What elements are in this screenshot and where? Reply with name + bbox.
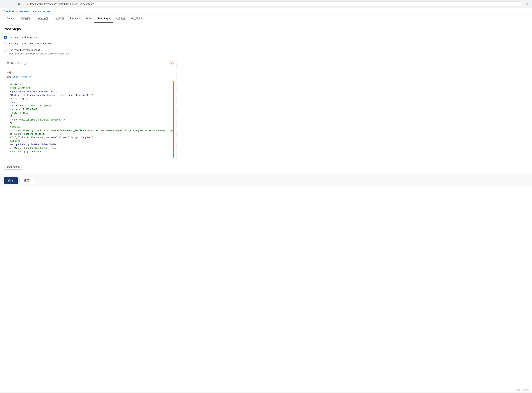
- save-button[interactable]: 保存: [4, 177, 18, 184]
- breadcrumb-dashboard[interactable]: Dashboard: [4, 10, 15, 13]
- tab-settings[interactable]: 构建设置: [113, 15, 128, 23]
- breadcrumb: Dashboard > learn-test > learn-moon_dev …: [0, 8, 532, 15]
- code-line: echo 'Application is already stopped...': [10, 118, 171, 122]
- tab-presteps[interactable]: Pre Steps: [67, 15, 83, 23]
- shell-card-title: ☰ 执行 shell ?: [7, 62, 26, 65]
- page-title: Post Steps: [4, 27, 177, 31]
- tab-build[interactable]: Build: [83, 15, 94, 23]
- radio-label-1: Run only if build succeeds or is unstabl…: [9, 42, 52, 45]
- lock-icon: 🔒: [26, 3, 29, 5]
- breadcrumb-sep-1: >: [17, 10, 18, 13]
- tab-triggers[interactable]: 构建触发器: [34, 15, 51, 23]
- code-line: fi: [10, 122, 171, 125]
- tab-poststeps[interactable]: Post Steps: [94, 15, 113, 23]
- add-step-button[interactable]: 增加构建步骤: [4, 164, 22, 170]
- code-line: echo 'Application is stopping...': [10, 104, 171, 108]
- radio-label-2: Run regardless of build result: [9, 48, 69, 52]
- watermark: ©SDH @BiliBili...: [516, 389, 530, 391]
- radio-option-2[interactable]: Run regardless of build resultShould the…: [4, 48, 177, 55]
- code-line: else: [10, 115, 171, 118]
- shell-title-text: 执行 shell: [11, 62, 22, 65]
- env-link: 查看 可用的环境变量列表: [7, 76, 174, 79]
- radio-circle-1: [4, 42, 7, 45]
- code-line: mv /Users/wudening/.jenkins/workspace/le…: [10, 129, 171, 133]
- radio-option-0[interactable]: Run only if build succeeds: [4, 35, 177, 39]
- code-line: BUILD_ID=dontKillMe nohup java -Xms512m …: [10, 136, 171, 139]
- env-vars-link[interactable]: 可用的环境变量列表: [12, 76, 32, 78]
- radio-option-1[interactable]: Run only if build succeeds or is unstabl…: [4, 42, 177, 45]
- shell-card-header: ☰ 执行 shell ? ×: [4, 59, 177, 68]
- code-editor[interactable]: #!/bin/bash# 关闭已启动的应用AppJar=learn-moon-w…: [7, 81, 174, 158]
- code-line: then: [10, 101, 171, 104]
- field-label: 命令: [7, 71, 174, 74]
- code-line: # 关闭已启动的应用: [10, 87, 171, 90]
- code-line: #备份应用: [10, 139, 171, 143]
- code-line: # 启动服务: [10, 125, 171, 129]
- breadcrumb-learn-moon-dev[interactable]: learn-moon_dev: [33, 10, 50, 13]
- radio-circle-2: [4, 49, 7, 52]
- url-text: localhost:8080/view/learn-test/job/learn…: [30, 3, 94, 5]
- page-body: Post Steps Run only if build succeedsRun…: [0, 23, 180, 174]
- radio-group: Run only if build succeedsRun only if bu…: [4, 35, 177, 55]
- code-line: backupSubString=$(date +%Y%m%d%H%M): [10, 143, 171, 147]
- forward-button[interactable]: →: [9, 1, 14, 7]
- code-line: echo "backup jar success!": [10, 150, 171, 154]
- apply-button[interactable]: 应用: [20, 177, 34, 184]
- reload-button[interactable]: ↻: [16, 1, 21, 7]
- footer-bar: 保存 应用: [0, 174, 532, 187]
- radio-sublabel-2: Should the post-build steps run only for…: [9, 52, 69, 55]
- breadcrumb-sep-3: >: [51, 10, 52, 13]
- main-content: General源码管理构建触发器构建环境Pre StepsBuildPost S…: [0, 15, 532, 392]
- browser-chrome: ← → ↻ 🔒 localhost:8080/view/learn-test/j…: [0, 0, 532, 8]
- shell-card-body: 命令 查看 可用的环境变量列表 #!/bin/bash# 关闭已启动的应用App…: [4, 68, 177, 161]
- code-line: AppJar=learn-moon-web-1.0-SNAPSHOT.jar: [10, 90, 171, 94]
- radio-label-0: Run only if build succeeds: [9, 35, 37, 39]
- breadcrumb-sep-2: >: [30, 10, 31, 13]
- menu-icon: ☰: [7, 62, 9, 65]
- code-line: cp $AppJar $AppJar-$backupSubString: [10, 147, 171, 150]
- tab-general[interactable]: General: [4, 15, 18, 23]
- code-line: PID=$(ps -ef | grep $AppJar | grep -v gr…: [10, 94, 171, 97]
- resize-handle: ↘: [171, 153, 173, 157]
- tab-postbuild[interactable]: 构建后操作: [128, 15, 146, 23]
- radio-circle-0: [4, 36, 7, 39]
- tab-env[interactable]: 构建环境: [51, 15, 67, 23]
- tabs-bar: General源码管理构建触发器构建环境Pre StepsBuildPost S…: [0, 15, 532, 23]
- back-button[interactable]: ←: [2, 1, 7, 7]
- code-line: cd /Users/wudening/project/: [10, 133, 171, 136]
- help-icon[interactable]: ?: [24, 62, 26, 65]
- address-bar[interactable]: 🔒 localhost:8080/view/learn-test/job/lea…: [23, 1, 523, 6]
- breadcrumb-learn-test[interactable]: learn-test: [19, 10, 29, 13]
- tab-source[interactable]: 源码管理: [18, 15, 34, 23]
- shell-card: ☰ 执行 shell ? × 命令 查看 可用的环境变量列表 #!/bin/ba…: [4, 59, 177, 161]
- shell-close-button[interactable]: ×: [169, 61, 174, 65]
- code-line: if [ ${PID} ];: [10, 97, 171, 101]
- action-row: 增加构建步骤: [4, 164, 177, 170]
- code-line: kill -9 $PID: [10, 111, 171, 115]
- code-line: #!/bin/bash: [10, 83, 171, 87]
- code-line: echo kill $PID DONE: [10, 108, 171, 111]
- extension-icon: ◇: [525, 1, 530, 7]
